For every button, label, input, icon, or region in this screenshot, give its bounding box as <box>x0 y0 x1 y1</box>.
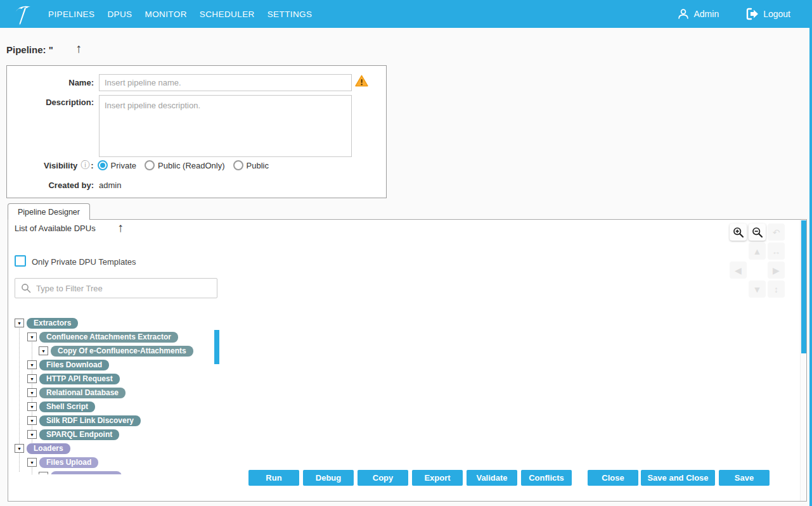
tree-item-copy-of-e-confluence-attachments: ▼ Copy Of e-Confluence-Attachments <box>39 345 193 357</box>
zoom-in-button[interactable] <box>730 224 747 241</box>
tree-pill[interactable]: Copy Of e-Confluence-Attachments <box>51 346 193 357</box>
pipeline-description-input[interactable] <box>99 95 352 157</box>
tree-pill[interactable]: Shell Script <box>39 402 95 412</box>
tree-pill[interactable]: Confluence Attachments Extractor <box>39 332 178 343</box>
tree-pill[interactable]: Extractors <box>27 318 78 329</box>
expander-icon[interactable]: ▼ <box>27 360 37 369</box>
tree-item-relational-database: ▼ Relational Database <box>27 387 126 398</box>
page-scrollbar[interactable] <box>809 0 812 506</box>
expander-icon[interactable]: ▼ <box>39 472 48 474</box>
expander-icon[interactable]: ▼ <box>27 416 37 425</box>
logout-button[interactable]: Logout <box>745 8 790 20</box>
radio-private[interactable]: Private <box>98 160 136 170</box>
save-button[interactable]: Save <box>719 470 770 486</box>
tree-item-shell-script: ▼ Shell Script <box>27 401 95 412</box>
nav-item-dpus[interactable]: DPUS <box>107 9 132 19</box>
user-label: Admin <box>693 9 719 19</box>
dpu-list-title: List of Available DPUs <box>15 224 96 233</box>
undo-icon: ↶ <box>773 227 780 237</box>
move-right-icon: ▶ <box>773 265 780 275</box>
nav-item-pipelines[interactable]: PIPELINES <box>48 9 94 19</box>
move-up-button: ▲ <box>749 243 766 260</box>
export-button[interactable]: Export <box>412 470 463 486</box>
radio-public-readonly-circle[interactable] <box>145 160 155 170</box>
info-icon[interactable]: ⓘ <box>81 160 89 171</box>
tab-pipeline-designer[interactable]: Pipeline Designer <box>8 203 90 220</box>
canvas-scrollbar-track[interactable] <box>800 220 806 501</box>
undo-button: ↶ <box>768 224 785 241</box>
save-and-close-button[interactable]: Save and Close <box>641 470 715 486</box>
tree-item-loaders: ▼ Loaders <box>15 443 70 454</box>
tree-item-extractors: ▼ Extractors <box>15 317 78 329</box>
conflicts-button[interactable]: Conflicts <box>521 470 572 486</box>
expander-icon[interactable]: ▼ <box>15 319 24 327</box>
nav-item-monitor[interactable]: MONITOR <box>145 9 187 19</box>
validate-button[interactable]: Validate <box>467 470 517 486</box>
collapse-pipeline-detail-icon[interactable]: ↑ <box>75 42 82 54</box>
radio-private-circle[interactable] <box>98 160 108 170</box>
expander-icon[interactable]: ▼ <box>27 402 37 411</box>
tree-item-clipped: ▼ <box>39 471 122 474</box>
user-menu[interactable]: Admin <box>677 8 719 20</box>
expander-icon[interactable]: ▼ <box>27 332 37 341</box>
tree-pill[interactable] <box>51 471 122 475</box>
tree-pill[interactable]: Files Download <box>39 360 109 370</box>
visibility-row: Visibility ⓘ : Private Public (ReadOnly)… <box>7 160 386 171</box>
canvas-scrollbar-thumb[interactable] <box>801 220 806 353</box>
expander-icon[interactable]: ▼ <box>27 430 37 439</box>
pipeline-detail-form: Name: Description: Visibility ⓘ : Privat… <box>6 65 387 198</box>
pipeline-designer-panel: List of Available DPUs ↑ Only Private DP… <box>8 219 807 502</box>
move-right-button: ▶ <box>768 262 785 279</box>
tree-pill[interactable]: Loaders <box>27 443 70 454</box>
expander-icon[interactable]: ▼ <box>39 346 48 355</box>
tree-pill[interactable]: Relational Database <box>39 388 126 398</box>
collapse-dpu-list-icon[interactable]: ↑ <box>117 221 124 234</box>
run-button[interactable]: Run <box>248 470 299 486</box>
nav-item-scheduler[interactable]: SCHEDULER <box>200 9 255 19</box>
nav-item-settings[interactable]: SETTINGS <box>267 9 313 19</box>
description-label: Description: <box>7 98 94 107</box>
expander-icon[interactable]: ▼ <box>27 374 37 383</box>
warning-icon <box>355 75 368 87</box>
visibility-label: Visibility <box>44 161 77 170</box>
tree-item-silk-rdf-link-discovery: ▼ Silk RDF Link Discovery <box>27 415 141 426</box>
only-private-dpu-label: Only Private DPU Templates <box>32 257 136 267</box>
expander-icon[interactable]: ▼ <box>15 444 24 453</box>
close-button[interactable]: Close <box>588 470 638 486</box>
search-icon <box>21 283 31 293</box>
zoom-out-button[interactable] <box>749 224 766 241</box>
expander-icon[interactable]: ▼ <box>27 458 37 467</box>
name-label: Name: <box>7 78 94 87</box>
tree-scrollbar-thumb[interactable] <box>214 330 219 364</box>
tree-pill[interactable]: SPARQL Endpoint <box>39 429 119 440</box>
tree-item-http-api-request: ▼ HTTP API Request <box>27 373 120 384</box>
only-private-dpu-checkbox[interactable] <box>15 255 26 267</box>
debug-button[interactable]: Debug <box>303 470 354 486</box>
stretch-horizontal-button: ↔ <box>768 243 785 260</box>
tree-item-files-download: ▼ Files Download <box>27 359 109 370</box>
stretch-horizontal-icon: ↔ <box>772 246 781 256</box>
visibility-colon: : <box>91 161 93 170</box>
umbrella-logo-icon[interactable] <box>11 2 35 26</box>
radio-public-circle[interactable] <box>233 160 243 170</box>
move-down-button: ▼ <box>749 281 766 298</box>
expander-icon[interactable]: ▼ <box>27 388 37 397</box>
move-left-button: ◀ <box>730 262 747 279</box>
page-title: Pipeline: " <box>6 44 53 55</box>
tree-pill[interactable]: Files Upload <box>39 457 98 468</box>
created-by-label: Created by: <box>7 180 94 190</box>
radio-public-readonly[interactable]: Public (ReadOnly) <box>145 160 225 170</box>
radio-public[interactable]: Public <box>233 160 269 170</box>
filter-tree-input[interactable] <box>36 284 217 293</box>
logout-label: Logout <box>763 9 790 19</box>
tree-pill[interactable]: HTTP API Request <box>39 374 120 384</box>
pipeline-name-input[interactable] <box>99 74 352 91</box>
zoom-out-icon <box>752 227 763 238</box>
stretch-vertical-icon: ↕ <box>774 284 778 294</box>
copy-button[interactable]: Copy <box>358 470 408 486</box>
zoom-in-icon <box>733 227 744 238</box>
move-left-icon: ◀ <box>735 265 742 275</box>
nav-menu: PIPELINES DPUS MONITOR SCHEDULER SETTING… <box>48 0 312 28</box>
tree-pill[interactable]: Silk RDF Link Discovery <box>39 415 141 426</box>
stretch-vertical-button: ↕ <box>768 281 785 298</box>
